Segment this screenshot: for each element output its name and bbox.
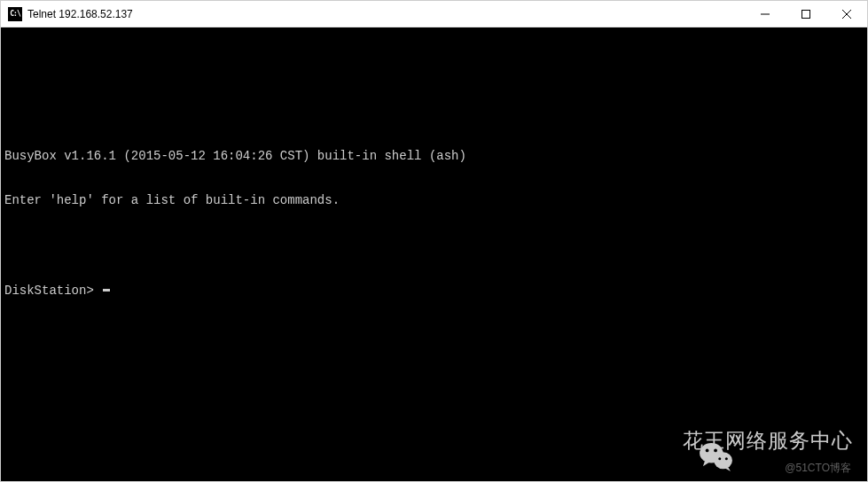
close-button[interactable] — [826, 1, 867, 27]
svg-point-8 — [718, 457, 721, 460]
terminal-line: BusyBox v1.16.1 (2015-05-12 16:04:26 CST… — [4, 149, 864, 164]
svg-point-9 — [725, 457, 728, 460]
terminal-line — [4, 104, 864, 119]
window-controls — [745, 1, 867, 27]
window-title: Telnet 192.168.52.137 — [27, 8, 745, 20]
svg-point-7 — [714, 452, 732, 469]
cursor — [103, 289, 110, 292]
prompt-text: DiskStation> — [4, 284, 101, 299]
telnet-window: C:\ Telnet 192.168.52.137 BusyBox v1.16.… — [0, 0, 868, 482]
maximize-button[interactable] — [786, 1, 826, 27]
terminal-line: Enter 'help' for a list of built-in comm… — [4, 193, 864, 208]
wechat-icon — [640, 426, 674, 456]
watermark-subtext: @51CTO博客 — [785, 462, 851, 474]
terminal-line — [4, 59, 864, 74]
prompt-line: DiskStation> — [4, 284, 864, 299]
svg-point-6 — [714, 448, 717, 452]
terminal-area[interactable]: BusyBox v1.16.1 (2015-05-12 16:04:26 CST… — [1, 27, 867, 481]
svg-point-5 — [706, 448, 709, 452]
svg-rect-1 — [802, 10, 810, 18]
titlebar[interactable]: C:\ Telnet 192.168.52.137 — [1, 1, 867, 27]
terminal-line — [4, 238, 864, 253]
cmd-icon: C:\ — [8, 7, 22, 21]
minimize-button[interactable] — [745, 1, 786, 27]
watermark-logo: 花王网络服务中心 — [640, 426, 853, 456]
